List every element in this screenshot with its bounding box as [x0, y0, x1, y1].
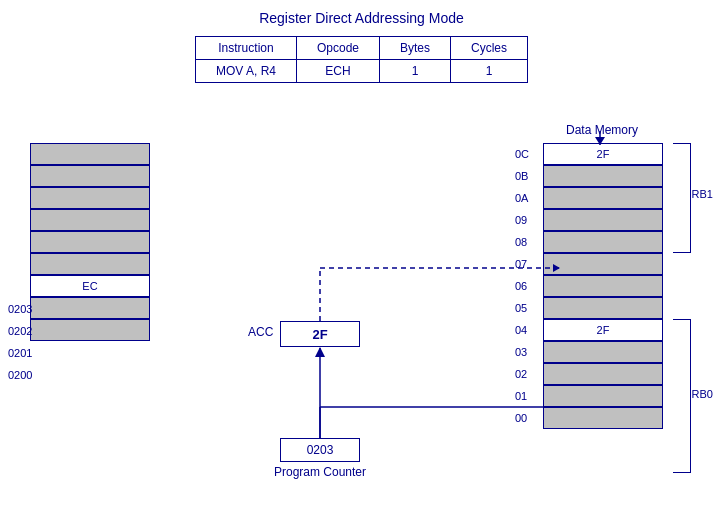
instruction-table-container: Instruction Opcode Bytes Cycles MOV A, R… — [0, 36, 723, 83]
col-header-cycles: Cycles — [451, 37, 528, 60]
cell-bytes: 1 — [380, 60, 451, 83]
cell-cycles: 1 — [451, 60, 528, 83]
svg-marker-8 — [595, 137, 605, 145]
svg-marker-4 — [315, 347, 325, 357]
cell-opcode: ECH — [296, 60, 379, 83]
svg-marker-2 — [553, 264, 560, 272]
instruction-table: Instruction Opcode Bytes Cycles MOV A, R… — [195, 36, 528, 83]
col-header-opcode: Opcode — [296, 37, 379, 60]
page-title: Register Direct Addressing Mode — [0, 0, 723, 26]
col-header-instruction: Instruction — [195, 37, 296, 60]
arrows-svg — [0, 93, 723, 483]
col-header-bytes: Bytes — [380, 37, 451, 60]
cell-instruction: MOV A, R4 — [195, 60, 296, 83]
diagram: EC 0203 0202 0201 0200 ACC 2F 0203 Progr… — [0, 93, 723, 483]
